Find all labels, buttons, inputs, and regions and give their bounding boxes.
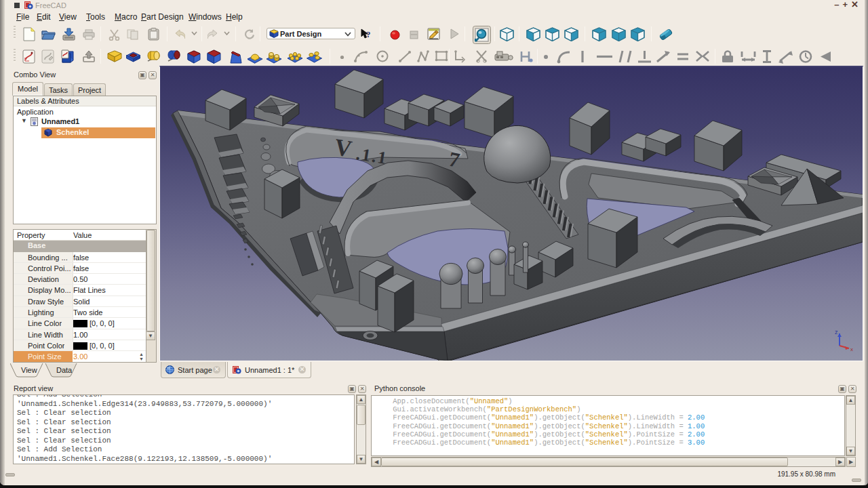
svg-text:View: View — [21, 366, 37, 374]
svg-text:x: x — [850, 346, 853, 352]
svg-text:?: ? — [366, 29, 371, 39]
svg-text:z: z — [835, 329, 838, 336]
svg-text:Data: Data — [56, 366, 73, 374]
